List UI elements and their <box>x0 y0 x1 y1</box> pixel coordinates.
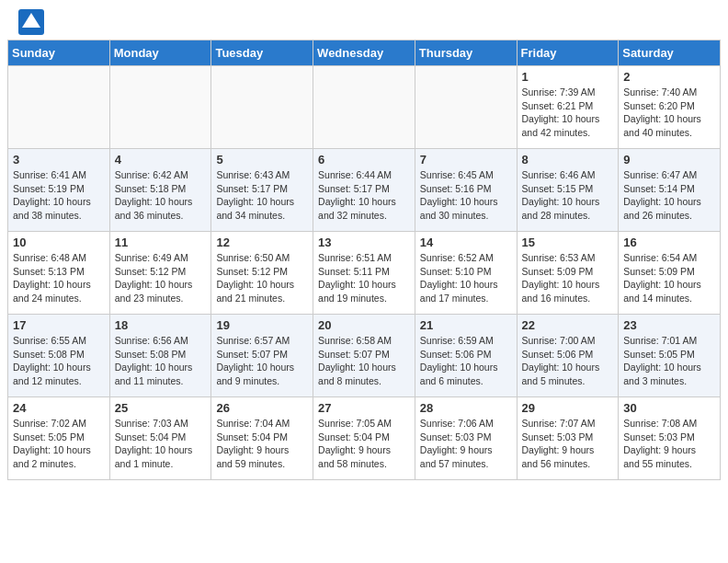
weekday-header: Friday <box>517 40 619 66</box>
day-info: Sunrise: 6:49 AM Sunset: 5:12 PM Dayligh… <box>115 251 207 305</box>
day-number: 1 <box>522 70 614 84</box>
day-info: Sunrise: 6:50 AM Sunset: 5:12 PM Dayligh… <box>216 251 308 305</box>
calendar-day-cell: 14Sunrise: 6:52 AM Sunset: 5:10 PM Dayli… <box>415 232 517 315</box>
calendar-week-row: 17Sunrise: 6:55 AM Sunset: 5:08 PM Dayli… <box>8 315 721 397</box>
day-info: Sunrise: 6:56 AM Sunset: 5:08 PM Dayligh… <box>115 334 207 388</box>
calendar-day-cell: 19Sunrise: 6:57 AM Sunset: 5:07 PM Dayli… <box>211 315 313 397</box>
calendar-day-cell: 11Sunrise: 6:49 AM Sunset: 5:12 PM Dayli… <box>109 232 211 315</box>
day-info: Sunrise: 7:05 AM Sunset: 5:04 PM Dayligh… <box>318 417 410 471</box>
calendar-day-cell: 6Sunrise: 6:44 AM Sunset: 5:17 PM Daylig… <box>313 149 415 232</box>
calendar-day-cell <box>211 66 313 149</box>
day-info: Sunrise: 7:01 AM Sunset: 5:05 PM Dayligh… <box>623 334 715 388</box>
logo-icon <box>18 9 44 35</box>
day-info: Sunrise: 7:00 AM Sunset: 5:06 PM Dayligh… <box>522 334 614 388</box>
calendar-day-cell: 9Sunrise: 6:47 AM Sunset: 5:14 PM Daylig… <box>619 149 721 232</box>
day-info: Sunrise: 7:02 AM Sunset: 5:05 PM Dayligh… <box>13 417 105 471</box>
day-info: Sunrise: 6:42 AM Sunset: 5:18 PM Dayligh… <box>115 168 207 223</box>
calendar-day-cell: 4Sunrise: 6:42 AM Sunset: 5:18 PM Daylig… <box>109 149 211 232</box>
day-info: Sunrise: 6:52 AM Sunset: 5:10 PM Dayligh… <box>420 251 512 305</box>
calendar-day-cell: 15Sunrise: 6:53 AM Sunset: 5:09 PM Dayli… <box>517 232 619 315</box>
calendar-day-cell <box>109 66 211 149</box>
day-info: Sunrise: 6:43 AM Sunset: 5:17 PM Dayligh… <box>216 168 308 223</box>
calendar-week-row: 24Sunrise: 7:02 AM Sunset: 5:05 PM Dayli… <box>8 397 721 480</box>
weekday-header: Monday <box>109 40 211 66</box>
day-info: Sunrise: 7:40 AM Sunset: 6:20 PM Dayligh… <box>623 86 715 140</box>
calendar-day-cell: 27Sunrise: 7:05 AM Sunset: 5:04 PM Dayli… <box>313 397 415 480</box>
calendar-week-row: 10Sunrise: 6:48 AM Sunset: 5:13 PM Dayli… <box>8 232 721 315</box>
day-number: 2 <box>623 70 715 84</box>
calendar-day-cell: 5Sunrise: 6:43 AM Sunset: 5:17 PM Daylig… <box>211 149 313 232</box>
calendar-day-cell: 12Sunrise: 6:50 AM Sunset: 5:12 PM Dayli… <box>211 232 313 315</box>
day-info: Sunrise: 6:58 AM Sunset: 5:07 PM Dayligh… <box>318 334 410 388</box>
calendar-day-cell: 10Sunrise: 6:48 AM Sunset: 5:13 PM Dayli… <box>8 232 110 315</box>
day-number: 30 <box>623 401 715 415</box>
day-number: 11 <box>115 236 207 249</box>
calendar-day-cell: 17Sunrise: 6:55 AM Sunset: 5:08 PM Dayli… <box>8 315 110 397</box>
day-number: 27 <box>318 401 410 415</box>
calendar-table: SundayMondayTuesdayWednesdayThursdayFrid… <box>7 40 721 480</box>
day-number: 16 <box>623 236 715 249</box>
day-info: Sunrise: 7:03 AM Sunset: 5:04 PM Dayligh… <box>115 417 207 471</box>
day-number: 20 <box>318 318 410 332</box>
day-info: Sunrise: 6:47 AM Sunset: 5:14 PM Dayligh… <box>623 168 715 223</box>
calendar-header-row: SundayMondayTuesdayWednesdayThursdayFrid… <box>8 40 721 66</box>
weekday-header: Saturday <box>619 40 721 66</box>
day-number: 7 <box>420 153 512 167</box>
day-number: 6 <box>318 153 410 167</box>
calendar-day-cell: 24Sunrise: 7:02 AM Sunset: 5:05 PM Dayli… <box>8 397 110 480</box>
calendar-week-row: 1Sunrise: 7:39 AM Sunset: 6:21 PM Daylig… <box>8 66 721 149</box>
page-header <box>0 0 728 40</box>
day-number: 26 <box>216 401 308 415</box>
day-number: 14 <box>420 236 512 249</box>
calendar-day-cell: 21Sunrise: 6:59 AM Sunset: 5:06 PM Dayli… <box>415 315 517 397</box>
day-number: 5 <box>216 153 308 167</box>
calendar-day-cell <box>8 66 110 149</box>
weekday-header: Thursday <box>415 40 517 66</box>
calendar-day-cell: 30Sunrise: 7:08 AM Sunset: 5:03 PM Dayli… <box>619 397 721 480</box>
calendar-day-cell <box>415 66 517 149</box>
day-info: Sunrise: 7:04 AM Sunset: 5:04 PM Dayligh… <box>216 417 308 471</box>
day-info: Sunrise: 6:55 AM Sunset: 5:08 PM Dayligh… <box>13 334 105 388</box>
weekday-header: Wednesday <box>313 40 415 66</box>
day-number: 13 <box>318 236 410 249</box>
day-info: Sunrise: 6:46 AM Sunset: 5:15 PM Dayligh… <box>522 168 614 223</box>
day-number: 28 <box>420 401 512 415</box>
day-number: 10 <box>13 236 105 249</box>
day-info: Sunrise: 7:39 AM Sunset: 6:21 PM Dayligh… <box>522 86 614 140</box>
day-number: 15 <box>522 236 614 249</box>
day-number: 21 <box>420 318 512 332</box>
day-number: 4 <box>115 153 207 167</box>
day-number: 17 <box>13 318 105 332</box>
day-number: 8 <box>522 153 614 167</box>
calendar-day-cell: 28Sunrise: 7:06 AM Sunset: 5:03 PM Dayli… <box>415 397 517 480</box>
day-number: 3 <box>13 153 105 167</box>
calendar-day-cell: 20Sunrise: 6:58 AM Sunset: 5:07 PM Dayli… <box>313 315 415 397</box>
calendar-day-cell: 3Sunrise: 6:41 AM Sunset: 5:19 PM Daylig… <box>8 149 110 232</box>
day-number: 9 <box>623 153 715 167</box>
calendar-day-cell: 26Sunrise: 7:04 AM Sunset: 5:04 PM Dayli… <box>211 397 313 480</box>
day-number: 24 <box>13 401 105 415</box>
day-number: 23 <box>623 318 715 332</box>
day-info: Sunrise: 7:08 AM Sunset: 5:03 PM Dayligh… <box>623 417 715 471</box>
day-number: 18 <box>115 318 207 332</box>
calendar-day-cell: 16Sunrise: 6:54 AM Sunset: 5:09 PM Dayli… <box>619 232 721 315</box>
calendar-day-cell: 18Sunrise: 6:56 AM Sunset: 5:08 PM Dayli… <box>109 315 211 397</box>
day-number: 25 <box>115 401 207 415</box>
day-info: Sunrise: 6:41 AM Sunset: 5:19 PM Dayligh… <box>13 168 105 223</box>
calendar-day-cell: 7Sunrise: 6:45 AM Sunset: 5:16 PM Daylig… <box>415 149 517 232</box>
day-info: Sunrise: 6:45 AM Sunset: 5:16 PM Dayligh… <box>420 168 512 223</box>
day-info: Sunrise: 6:44 AM Sunset: 5:17 PM Dayligh… <box>318 168 410 223</box>
calendar-day-cell: 8Sunrise: 6:46 AM Sunset: 5:15 PM Daylig… <box>517 149 619 232</box>
day-info: Sunrise: 7:06 AM Sunset: 5:03 PM Dayligh… <box>420 417 512 471</box>
day-info: Sunrise: 6:57 AM Sunset: 5:07 PM Dayligh… <box>216 334 308 388</box>
day-info: Sunrise: 6:59 AM Sunset: 5:06 PM Dayligh… <box>420 334 512 388</box>
day-info: Sunrise: 7:07 AM Sunset: 5:03 PM Dayligh… <box>522 417 614 471</box>
day-info: Sunrise: 6:54 AM Sunset: 5:09 PM Dayligh… <box>623 251 715 305</box>
day-info: Sunrise: 6:53 AM Sunset: 5:09 PM Dayligh… <box>522 251 614 305</box>
calendar-day-cell <box>313 66 415 149</box>
day-info: Sunrise: 6:48 AM Sunset: 5:13 PM Dayligh… <box>13 251 105 305</box>
calendar-day-cell: 2Sunrise: 7:40 AM Sunset: 6:20 PM Daylig… <box>619 66 721 149</box>
calendar-week-row: 3Sunrise: 6:41 AM Sunset: 5:19 PM Daylig… <box>8 149 721 232</box>
calendar-day-cell: 1Sunrise: 7:39 AM Sunset: 6:21 PM Daylig… <box>517 66 619 149</box>
calendar-day-cell: 22Sunrise: 7:00 AM Sunset: 5:06 PM Dayli… <box>517 315 619 397</box>
